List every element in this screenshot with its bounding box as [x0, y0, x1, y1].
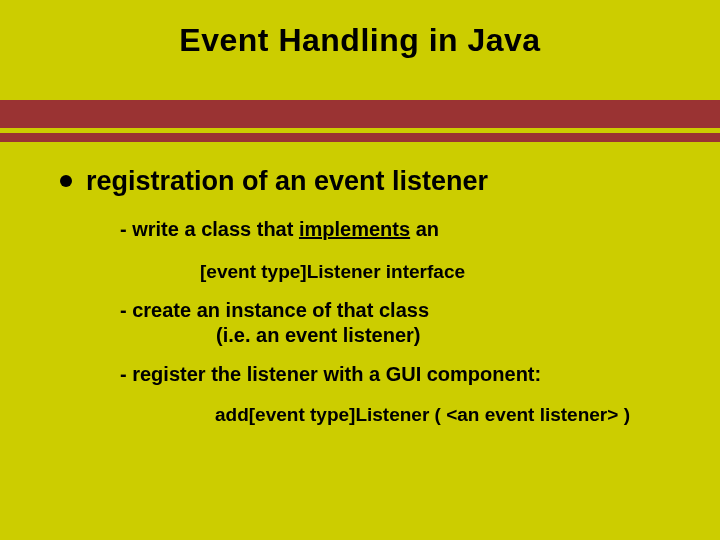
sub2b: (i.e. an event listener)	[216, 324, 421, 346]
sub2a: - create an instance of that class	[120, 299, 429, 321]
sub-item-1: - write a class that implements an	[120, 217, 690, 242]
sub1-underline: implements	[299, 218, 410, 240]
rule-bottom	[0, 133, 720, 142]
bullet-text-1: registration of an event listener	[86, 165, 488, 197]
code-line-1: [event type]Listener interface	[200, 260, 690, 284]
content-area: registration of an event listener - writ…	[60, 165, 690, 427]
code-line-2: add[event type]Listener ( <an event list…	[215, 403, 690, 427]
sub-item-3: - register the listener with a GUI compo…	[120, 362, 690, 387]
bullet-item-1: registration of an event listener	[60, 165, 690, 197]
slide-title: Event Handling in Java	[0, 22, 720, 59]
rule-top	[0, 100, 720, 128]
slide: Event Handling in Java registration of a…	[0, 0, 720, 540]
sub1-post: an	[410, 218, 439, 240]
bullet-icon	[60, 175, 72, 187]
sub-item-2: - create an instance of that class (i.e.…	[120, 298, 690, 348]
sub1-pre: - write a class that	[120, 218, 299, 240]
